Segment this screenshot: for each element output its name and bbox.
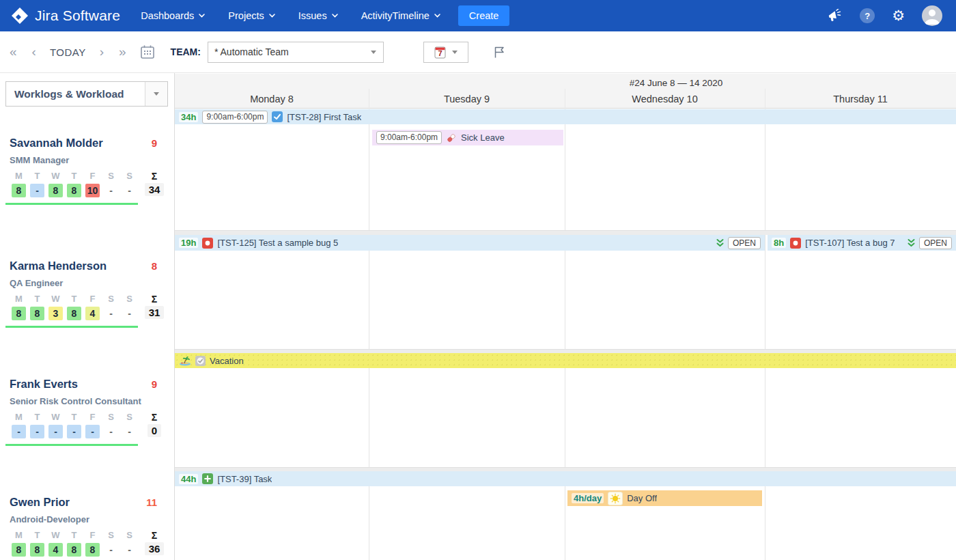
workload-cell[interactable]: - [67,425,81,438]
day-letter: S [120,412,139,423]
event-bar-tst107[interactable]: 8h [TST-107] Test a bug 7 OPEN [768,235,956,251]
fast-forward-icon[interactable]: » [119,44,126,59]
days-span-select[interactable]: 7 [423,42,468,63]
panel-mode-caret[interactable] [145,82,167,106]
pill-icon [446,132,457,143]
day-letter: T [65,294,83,305]
create-button[interactable]: Create [458,5,510,26]
backward-icon[interactable]: ‹ [32,44,36,59]
workload-cell[interactable]: - [104,307,118,320]
calendar-picker-icon[interactable] [140,44,155,59]
workload-cell[interactable]: - [12,425,26,438]
workload-cell[interactable]: - [85,425,100,438]
jira-logo-icon [11,7,29,25]
event-bar-tst125[interactable]: 19h [TST-125] Test a sample bug 5 OPEN [175,235,765,251]
event-title: Sick Leave [461,132,505,143]
panel-mode-select[interactable]: Worklogs & Workload [5,81,168,107]
team-select[interactable]: * Automatic Team [208,42,384,63]
workload-cell[interactable]: - [104,543,118,557]
person-name[interactable]: Gwen Prior [10,496,70,509]
team-label: TEAM: [171,46,201,57]
day-letter: T [65,412,83,423]
bug-icon [202,238,213,249]
day-letter: F [83,171,102,182]
time-range-chip: 9:00am-6:00pm [202,111,268,124]
workload-cell[interactable]: - [30,184,44,197]
day-letter: S [102,412,120,423]
help-icon[interactable]: ? [860,8,875,23]
workload-cell[interactable]: - [122,543,137,557]
day-header-monday[interactable]: Monday 8 [175,94,369,104]
day-letter: M [10,171,28,182]
dropdown-caret-icon [154,92,159,96]
workload-cell[interactable]: - [104,425,118,438]
workload-cell[interactable]: 8 [48,184,63,197]
workload-cell[interactable]: 8 [67,543,81,557]
event-title: [TST-28] First Task [287,112,361,122]
nav-item-issues[interactable]: Issues [298,10,338,21]
workload-cell[interactable]: 8 [12,184,26,197]
event-bar-sick-leave[interactable]: 9:00am-6:00pm Sick Leave [372,130,563,145]
day-letter: T [65,530,83,541]
workload-cell[interactable]: 4 [48,543,63,557]
day-header-thursday[interactable]: Thursday 11 [765,94,956,104]
day-letter-row: M T W T F S S Σ [10,294,166,305]
event-bar-tst28[interactable]: 34h 9:00am-6:00pm [TST-28] First Task [175,109,956,124]
workload-cell[interactable]: - [122,184,137,197]
event-title: [TST-107] Test a bug 7 [805,238,895,248]
activitytimeline-app: Jira Software Dashboards Projects Issues… [0,0,956,560]
new-feature-plus-icon [202,473,213,484]
workload-cell[interactable]: 4 [85,307,100,320]
megaphone-icon[interactable] [826,9,843,23]
user-avatar[interactable] [922,5,942,26]
workload-cell[interactable]: 8 [67,184,81,197]
fast-backward-icon[interactable]: « [10,44,17,59]
event-bar-day-off[interactable]: 4h/day Day Off [567,490,762,506]
workload-cell[interactable]: 8 [12,307,26,320]
day-letter: W [46,412,65,423]
jira-brand[interactable]: Jira Software [11,7,120,25]
nav-right-icons: ? ⚙ [826,5,942,26]
day-header-wednesday[interactable]: Wednesday 10 [565,94,765,104]
capacity-underline [5,326,138,328]
expand-double-chevron-icon[interactable] [907,238,916,248]
day-header-tuesday[interactable]: Tuesday 9 [369,94,565,104]
person-card-frank: Frank Everts 9 Senior Risk Control Consu… [10,378,165,453]
event-title: [TST-39] Task [217,474,272,484]
time-range-chip: 9:00am-6:00pm [376,131,442,144]
forward-icon[interactable]: › [100,44,104,59]
day-letter: S [120,530,139,541]
workload-cell[interactable]: 8 [85,543,100,557]
today-button[interactable]: TODAY [50,46,86,58]
workload-cell[interactable]: 8 [30,307,44,320]
expand-double-chevron-icon[interactable] [716,238,725,248]
workload-cell[interactable]: - [122,307,137,320]
workload-cell[interactable]: 10 [85,184,100,197]
workload-cell[interactable]: 8 [30,543,44,557]
brand-label: Jira Software [35,8,120,24]
event-title: Day Off [627,493,657,503]
column-divider [565,109,565,560]
person-name[interactable]: Savannah Molder [10,137,103,150]
island-icon [179,355,191,366]
nav-item-dashboards[interactable]: Dashboards [141,10,205,21]
workload-cell[interactable]: - [122,425,137,438]
event-bar-tst39[interactable]: 44h [TST-39] Task [175,471,956,486]
person-name[interactable]: Frank Everts [10,378,78,391]
workload-cell[interactable]: 3 [48,307,63,320]
person-silhouette-icon [922,5,942,26]
status-badge-open[interactable]: OPEN [919,237,952,249]
workload-cell[interactable]: - [48,425,63,438]
nav-item-projects[interactable]: Projects [228,10,275,21]
workload-cell[interactable]: 8 [12,543,26,557]
workload-total: 0 [147,424,161,437]
workload-cell[interactable]: 8 [67,307,81,320]
workload-cell[interactable]: - [30,425,44,438]
event-bar-vacation[interactable]: Vacation [175,353,956,368]
nav-item-activitytimeline[interactable]: ActivityTimeline [361,10,440,21]
person-name[interactable]: Karma Henderson [10,260,107,272]
status-badge-open[interactable]: OPEN [728,237,761,249]
settings-gear-icon[interactable]: ⚙ [892,9,905,23]
milestone-flag-icon[interactable] [493,46,506,59]
workload-cell[interactable]: - [104,184,118,197]
